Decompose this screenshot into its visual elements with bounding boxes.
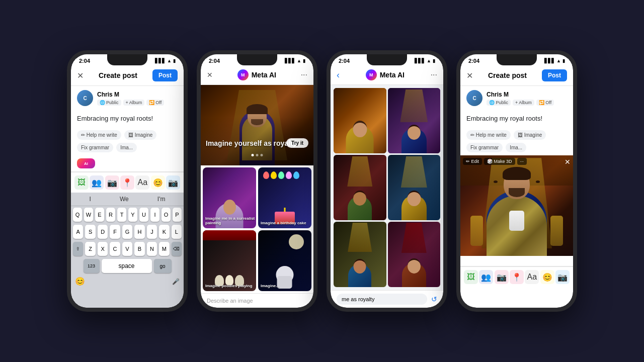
wifi-icon-3: ▲: [427, 58, 431, 63]
toolbar-image-icon-4[interactable]: 🖼: [464, 270, 478, 284]
post-button-4[interactable]: Post: [542, 69, 567, 81]
key-g[interactable]: G: [122, 225, 132, 239]
toolbar-emoji-icon[interactable]: 😊: [151, 175, 165, 190]
key-c[interactable]: C: [110, 242, 120, 256]
album-badge-4[interactable]: + Album: [513, 100, 534, 106]
key-k[interactable]: K: [159, 225, 169, 239]
post-text-1[interactable]: Embracing my royal roots!: [71, 110, 184, 127]
key-l[interactable]: L: [172, 225, 182, 239]
key-o[interactable]: O: [162, 208, 171, 222]
toolbar-emoji-icon-4[interactable]: 😊: [540, 270, 554, 284]
img-close-4[interactable]: ✕: [565, 158, 571, 166]
key-s[interactable]: S: [85, 225, 95, 239]
action-imagine-1[interactable]: 🖼 Imagine: [124, 130, 156, 140]
toolbar-camera-icon[interactable]: 📷: [105, 175, 119, 190]
key-f[interactable]: F: [110, 225, 120, 239]
toolbar-cam2-icon-4[interactable]: 📷: [555, 270, 570, 284]
mic-key[interactable]: 🎤: [172, 278, 180, 285]
gallery-item-4[interactable]: [388, 155, 441, 220]
post-text-4[interactable]: Embracing my royal roots!: [460, 110, 573, 127]
gallery-item-3[interactable]: [334, 155, 386, 220]
key-n[interactable]: N: [147, 242, 157, 256]
toolbar-image-icon[interactable]: 🖼: [74, 175, 89, 190]
try-it-btn-2[interactable]: Try it: [286, 138, 308, 148]
key-m[interactable]: M: [159, 242, 169, 256]
toolbar-cam2-icon[interactable]: 📷: [166, 175, 180, 190]
key-backspace[interactable]: ⌫: [172, 242, 182, 256]
dots-button-2[interactable]: ···: [301, 70, 307, 79]
describe-bar-2[interactable]: Describe an image: [201, 293, 313, 308]
toolbar-text-icon-4[interactable]: Aa: [525, 270, 539, 284]
action-more-1[interactable]: Ima...: [116, 143, 137, 152]
g3-head: [353, 191, 366, 206]
key-y[interactable]: Y: [128, 208, 137, 222]
toolbar-location-icon[interactable]: 📍: [120, 175, 134, 190]
off-badge-4[interactable]: 🔁 Off: [536, 100, 554, 106]
toolbar-location-icon-4[interactable]: 📍: [510, 270, 524, 284]
visibility-badge-4[interactable]: 🌐 Public: [487, 100, 511, 106]
key-go[interactable]: go: [154, 259, 172, 273]
search-input-3[interactable]: [337, 294, 427, 305]
key-q[interactable]: Q: [73, 208, 82, 222]
empty-area-4[interactable]: [460, 256, 573, 266]
suggestion-i[interactable]: I: [90, 196, 91, 203]
phone-4: 2:04 ▋▋▋ ▲ ▮ ✕ Create post Post C Chr: [456, 50, 577, 312]
search-bar-3[interactable]: ↺: [331, 290, 443, 308]
key-v[interactable]: V: [122, 242, 132, 256]
action-grammar-4[interactable]: Fix grammar: [466, 143, 503, 152]
suggestion-im[interactable]: I'm: [157, 196, 166, 203]
action-help-4[interactable]: ✏ Help me write: [466, 130, 511, 140]
toolbar-people-icon-4[interactable]: 👥: [479, 270, 493, 284]
key-123[interactable]: 123: [84, 259, 100, 273]
grid-item-birthday[interactable]: Imagine a birthday cake: [258, 167, 311, 228]
gallery-item-2[interactable]: [388, 88, 441, 153]
edit-btn-4[interactable]: ✏ Edit: [463, 158, 482, 165]
make3d-btn-4[interactable]: 🎲 Make 3D: [484, 158, 515, 165]
gallery-item-1[interactable]: [334, 88, 386, 153]
action-help-1[interactable]: ✏ Help me write: [77, 130, 121, 140]
toolbar-camera-icon-4[interactable]: 📷: [495, 270, 509, 284]
key-d[interactable]: D: [98, 225, 108, 239]
key-space[interactable]: space: [102, 259, 152, 273]
key-a[interactable]: A: [73, 225, 83, 239]
suggestion-we[interactable]: We: [120, 196, 129, 203]
key-t[interactable]: T: [117, 208, 126, 222]
key-i[interactable]: I: [150, 208, 159, 222]
emoji-key[interactable]: 😊: [75, 277, 85, 286]
action-grammar-1[interactable]: Fix grammar: [77, 143, 113, 152]
grid-item-surrealist[interactable]: Imagine me in a surrealist painting: [203, 167, 256, 228]
toolbar-people-icon[interactable]: 👥: [90, 175, 104, 190]
dots-button-3[interactable]: ···: [431, 70, 437, 79]
img-main-figure: [487, 178, 547, 256]
key-e[interactable]: E: [95, 208, 104, 222]
more-btn-4[interactable]: ···: [517, 158, 527, 165]
album-badge-1[interactable]: + Album: [123, 100, 145, 106]
action-imagine-4[interactable]: 🖼 Imagine: [514, 130, 546, 140]
close-button-2[interactable]: ✕: [207, 71, 213, 79]
g2-head: [408, 125, 421, 140]
describe-placeholder-2[interactable]: Describe an image: [207, 298, 307, 304]
action-more-4[interactable]: Ima...: [506, 143, 526, 152]
close-button-4[interactable]: ✕: [466, 71, 473, 80]
key-w[interactable]: W: [84, 208, 93, 222]
off-badge-1[interactable]: 🔁 Off: [146, 100, 164, 106]
key-b[interactable]: B: [134, 242, 144, 256]
close-button-1[interactable]: ✕: [77, 71, 84, 80]
visibility-badge-1[interactable]: 🌐 Public: [97, 100, 121, 106]
grid-item-poodles[interactable]: Imagine poodles playing: [203, 230, 256, 291]
key-p[interactable]: P: [173, 208, 182, 222]
back-button-3[interactable]: ‹: [337, 70, 340, 80]
key-z[interactable]: Z: [85, 242, 95, 256]
key-h[interactable]: H: [134, 225, 144, 239]
key-u[interactable]: U: [139, 208, 148, 222]
key-r[interactable]: R: [106, 208, 115, 222]
key-shift[interactable]: ⇧: [73, 242, 83, 256]
post-button-1[interactable]: Post: [152, 69, 178, 81]
key-j[interactable]: J: [147, 225, 157, 239]
grid-item-space[interactable]: Imagine...: [258, 230, 311, 291]
gallery-item-6[interactable]: [388, 222, 441, 287]
key-x[interactable]: X: [98, 242, 108, 256]
toolbar-text-icon[interactable]: Aa: [135, 175, 149, 190]
gallery-item-5[interactable]: [334, 222, 386, 287]
refresh-btn-3[interactable]: ↺: [431, 295, 437, 303]
